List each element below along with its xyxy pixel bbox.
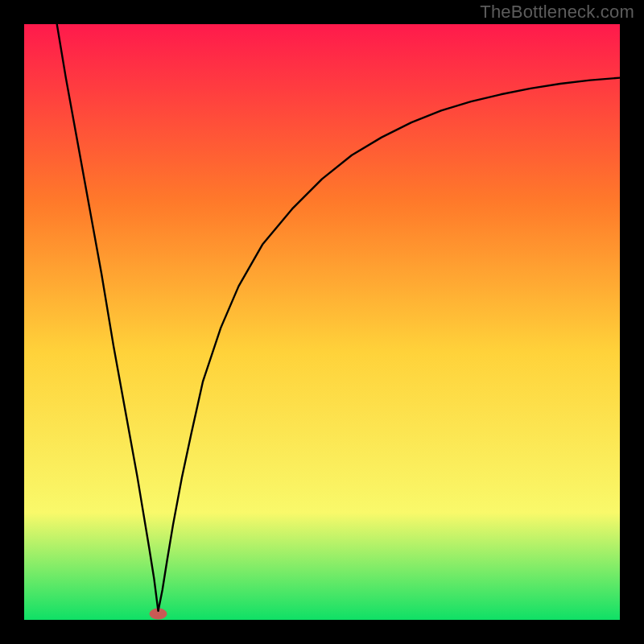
chart-frame: TheBottleneck.com <box>0 0 644 644</box>
chart-svg <box>24 24 620 620</box>
gradient-background <box>24 24 620 620</box>
watermark-text: TheBottleneck.com <box>480 2 634 23</box>
chart-plot-area <box>24 24 620 620</box>
